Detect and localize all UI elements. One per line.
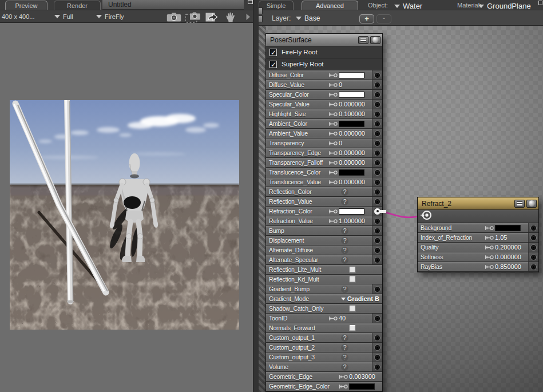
animation-key-icon[interactable] [328,170,339,175]
value-field[interactable]: 0.850000 [495,263,521,270]
output-connector[interactable] [374,121,381,127]
color-swatch[interactable] [339,121,364,127]
output-connector[interactable] [374,257,381,263]
checkbox[interactable] [349,276,356,283]
unconnected-input[interactable]: ? [341,237,348,244]
node-options-icon[interactable] [358,36,368,44]
animation-key-icon[interactable] [485,255,495,260]
animation-key-icon[interactable] [339,374,349,379]
output-connector[interactable] [374,286,381,292]
output-connector[interactable] [374,130,381,137]
renderer-dropdown[interactable]: FireFly [96,13,124,20]
value-field[interactable]: 0.000000 [339,130,365,137]
output-connector[interactable] [374,247,381,254]
animation-key-icon[interactable] [328,219,339,224]
animation-key-icon[interactable] [328,121,339,126]
value-field[interactable]: 0.000000 [339,149,365,156]
checkbox[interactable] [349,324,356,331]
animation-key-icon[interactable] [328,82,339,88]
animation-key-icon[interactable] [328,102,339,107]
value-field[interactable]: 0.003000 [349,373,375,380]
refract2-node[interactable]: Refract_2 BackgroundIndex_of_Refraction1… [417,197,539,272]
output-connector[interactable] [374,315,381,322]
animation-key-icon[interactable] [339,384,349,389]
output-connector[interactable] [374,111,381,117]
value-field[interactable]: 0.000000 [339,101,365,108]
output-connector[interactable] [374,92,381,98]
value-field[interactable]: 0.200000 [495,244,521,251]
remove-layer-button[interactable]: - [376,14,391,23]
output-connector[interactable] [374,189,381,195]
output-connector[interactable] [374,160,381,166]
animation-key-icon[interactable] [328,92,339,97]
output-connector[interactable] [374,228,381,234]
animation-key-icon[interactable] [328,180,339,185]
node-options-icon[interactable] [514,200,525,208]
animation-key-icon[interactable] [328,112,339,117]
document-title-field[interactable]: Untitled [102,0,244,10]
color-swatch[interactable] [339,72,364,78]
output-connector[interactable] [374,237,381,244]
value-field[interactable]: 0.000000 [495,254,521,260]
output-connector[interactable] [374,199,381,205]
unconnected-input[interactable]: ? [341,247,348,254]
node-preview-icon[interactable] [526,200,537,208]
animation-key-icon[interactable] [485,245,495,250]
tab-simple[interactable]: Simple [259,1,294,10]
render-resolution-label[interactable]: 400 x 400... [2,13,35,20]
color-swatch[interactable] [339,208,364,215]
tab-render[interactable]: Render [54,1,101,10]
output-connector[interactable] [374,345,381,351]
output-connector[interactable] [374,335,381,341]
unconnected-input[interactable]: ? [341,334,348,342]
unconnected-input[interactable]: ? [341,363,348,371]
animation-key-icon[interactable] [328,316,339,321]
unconnected-input[interactable]: ? [341,256,348,264]
animation-key-icon[interactable] [485,225,495,231]
gradient-mode-dropdown[interactable]: Gradient B [341,295,382,302]
checkbox[interactable] [349,305,356,312]
output-connector[interactable] [374,179,381,185]
value-field[interactable]: 1.05 [495,234,507,241]
pane-corner-button[interactable] [248,0,253,4]
unconnected-input[interactable]: ? [341,344,348,351]
unconnected-input[interactable]: ? [341,227,348,235]
refract2-node-header[interactable]: Refract_2 [418,197,538,210]
animation-key-icon[interactable] [328,141,339,146]
output-connector[interactable] [374,218,381,224]
value-field[interactable]: 0.100000 [339,110,365,117]
unconnected-input[interactable]: ? [341,198,348,205]
value-field[interactable]: 0.000000 [339,159,365,166]
display-mode-dropdown[interactable]: Full [54,13,73,20]
checkbox[interactable] [349,266,356,273]
tab-preview[interactable]: Preview [5,1,47,10]
value-field[interactable]: 40 [339,315,346,322]
posersurface-node-header[interactable]: PoserSurface [266,34,382,46]
animation-key-icon[interactable] [328,151,339,156]
color-swatch[interactable] [495,225,521,231]
checkbox[interactable] [269,61,277,68]
animation-key-icon[interactable] [328,160,339,165]
value-field[interactable]: 0.000000 [339,179,365,185]
color-swatch[interactable] [339,169,364,176]
color-swatch[interactable] [349,383,375,390]
tab-advanced[interactable]: Advanced [302,1,358,10]
output-connector[interactable] [374,72,381,78]
pane-corner-button[interactable] [538,1,542,5]
input-connector-icon[interactable] [419,209,433,223]
output-connector[interactable] [530,264,537,270]
value-field[interactable]: 1.000000 [339,217,365,224]
output-connector[interactable] [374,354,381,361]
object-dropdown[interactable]: Water [394,2,422,10]
checkbox[interactable] [269,49,277,56]
output-connector[interactable] [530,244,537,251]
output-connector[interactable] [374,364,381,370]
animation-key-icon[interactable] [328,131,339,136]
value-field[interactable]: 0 [339,140,342,146]
unconnected-input[interactable]: ? [341,286,348,293]
animation-key-icon[interactable] [485,235,495,240]
output-connector[interactable] [374,208,381,215]
expand-chevron-icon[interactable] [245,13,251,23]
pane-divider[interactable] [253,0,259,392]
animation-key-icon[interactable] [328,209,339,214]
